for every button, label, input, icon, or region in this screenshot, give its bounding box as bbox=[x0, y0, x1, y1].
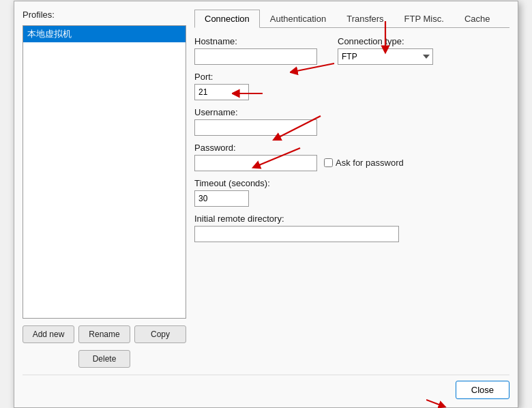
arrow-decorative bbox=[426, 396, 447, 409]
rename-button[interactable]: Rename bbox=[78, 325, 130, 343]
profile-item-localvm[interactable]: 本地虚拟机 bbox=[23, 26, 186, 42]
initial-remote-dir-label: Initial remote directory: bbox=[194, 214, 509, 224]
connection-form: Hostname: Connec bbox=[194, 36, 509, 368]
connection-type-select[interactable]: FTP SFTP FTPS FTPES bbox=[338, 48, 433, 65]
timeout-label: Timeout (seconds): bbox=[194, 178, 509, 188]
port-label: Port: bbox=[194, 72, 509, 82]
password-label: Password: bbox=[194, 143, 509, 153]
right-panel: Connection Authentication Transfers FTP … bbox=[194, 10, 509, 368]
add-new-button[interactable]: Add new bbox=[23, 325, 74, 343]
tabs-bar: Connection Authentication Transfers FTP … bbox=[194, 10, 509, 28]
tab-transfers[interactable]: Transfers bbox=[336, 10, 394, 28]
close-button[interactable]: Close bbox=[456, 381, 509, 399]
initial-remote-dir-input[interactable] bbox=[194, 226, 399, 242]
hostname-input[interactable] bbox=[194, 48, 317, 65]
username-input[interactable] bbox=[194, 119, 317, 136]
profiles-list[interactable]: 本地虚拟机 bbox=[23, 25, 186, 319]
tab-ftp-misc[interactable]: FTP Misc. bbox=[394, 10, 454, 28]
copy-button[interactable]: Copy bbox=[134, 325, 186, 343]
dialog-footer: Close bbox=[23, 375, 509, 399]
connection-type-label: Connection type: bbox=[338, 36, 433, 46]
hostname-label: Hostname: bbox=[194, 36, 317, 46]
delete-row: Delete bbox=[23, 350, 186, 368]
ask-for-password-checkbox[interactable] bbox=[324, 158, 333, 167]
tab-cache[interactable]: Cache bbox=[454, 10, 501, 28]
delete-button[interactable]: Delete bbox=[78, 350, 131, 368]
tab-authentication[interactable]: Authentication bbox=[260, 10, 336, 28]
profiles-label: Profiles: bbox=[23, 10, 186, 20]
tab-connection[interactable]: Connection bbox=[194, 10, 260, 28]
port-input[interactable] bbox=[194, 84, 249, 100]
timeout-input[interactable] bbox=[194, 190, 249, 207]
password-input[interactable] bbox=[194, 155, 317, 171]
svg-line-5 bbox=[426, 400, 443, 406]
ask-for-password-label[interactable]: Ask for password bbox=[324, 158, 404, 168]
site-manager-dialog: Profiles: 本地虚拟机 Add new Rename Copy Dele… bbox=[14, 1, 518, 408]
left-action-buttons: Add new Rename Copy bbox=[23, 325, 186, 343]
left-panel: Profiles: 本地虚拟机 Add new Rename Copy Dele… bbox=[23, 10, 186, 368]
username-label: Username: bbox=[194, 107, 509, 117]
